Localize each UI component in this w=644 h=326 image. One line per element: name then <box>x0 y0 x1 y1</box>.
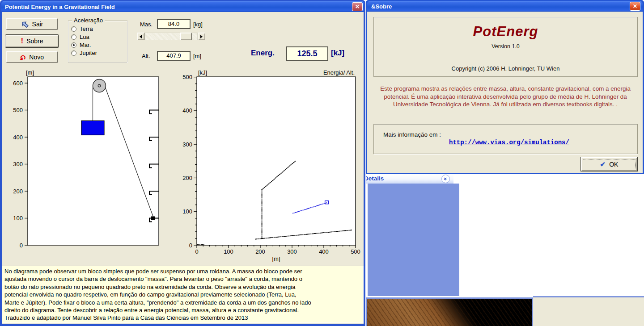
more-info-panel: Mais informação em : http://www.vias.org… <box>373 124 638 154</box>
svg-text:0: 0 <box>189 242 192 249</box>
svg-text:100: 100 <box>224 248 233 255</box>
ok-button[interactable]: ✔ OK <box>581 157 637 171</box>
svg-text:300: 300 <box>13 161 23 167</box>
about-close-button[interactable]: ✕ <box>630 2 640 11</box>
sair-button-label: Sair <box>32 21 43 28</box>
details-pane-header[interactable]: Details <box>366 174 453 184</box>
about-description: Este programa mostra as relações entre m… <box>373 85 638 109</box>
radio-lua[interactable]: Lua <box>71 33 89 40</box>
energy-label: Energ. <box>251 49 275 58</box>
svg-text:0: 0 <box>20 242 23 249</box>
svg-text:600: 600 <box>13 80 23 87</box>
instructions-line: direito do diagrama. Tente descobrir a r… <box>4 306 361 314</box>
planet-image-window-fragment <box>366 297 533 326</box>
svg-text:500: 500 <box>13 107 23 113</box>
about-dialog-body: PotEnerg Version 1.0 Copyright (c) 2006 … <box>367 12 643 173</box>
screen: Details » Potential Energy in a Gravitat… <box>0 0 644 326</box>
svg-text:500: 500 <box>182 74 192 80</box>
focus-rect <box>583 159 636 169</box>
mass-field[interactable]: 84.0 <box>157 19 191 29</box>
radio-jupiter-dot[interactable] <box>71 50 76 56</box>
simulations-link[interactable]: http://www.vias.org/simulations/ <box>449 139 569 146</box>
svg-text:300: 300 <box>182 141 192 148</box>
energy-field[interactable]: 125.5 <box>286 46 328 61</box>
acceleration-legend: Aceleração <box>72 17 105 24</box>
window-fragment <box>533 296 644 326</box>
about-header-panel: PotEnerg Version 1.0 Copyright (c) 2006 … <box>373 17 638 77</box>
svg-text:100: 100 <box>182 208 192 215</box>
close-icon: ✕ <box>633 3 637 9</box>
more-info-label: Mais informação em : <box>383 131 441 138</box>
radio-lua-dot[interactable] <box>71 34 76 40</box>
exit-arrow-icon <box>19 18 31 30</box>
svg-text:0: 0 <box>195 248 198 255</box>
altitude-label: Alt. <box>142 53 150 59</box>
main-window: Potential Energy in a Gravitational Fiel… <box>0 0 365 326</box>
about-titlebar[interactable]: &Sobre ✕ <box>367 1 643 12</box>
radio-terra-label: Terra <box>80 25 93 32</box>
radio-jupiter-label: Jupiter <box>80 50 97 56</box>
svg-text:200: 200 <box>255 248 265 255</box>
mass-scrollbar[interactable] <box>137 33 205 40</box>
exclamation-icon: ! <box>21 37 23 46</box>
novo-button-label: Novo <box>29 54 44 61</box>
mass-label: Mas. <box>140 21 153 28</box>
svg-text:400: 400 <box>319 248 329 255</box>
sair-button[interactable]: Sair <box>6 18 58 30</box>
close-button[interactable]: ✕ <box>352 2 363 11</box>
svg-text:500: 500 <box>351 248 360 255</box>
details-pane-body <box>368 184 459 296</box>
main-window-body: Sair ! Sobre ↺ Novo Aceleração Terra Lu <box>2 12 364 324</box>
novo-button[interactable]: ↺ Novo <box>6 51 58 63</box>
svg-text:[m]: [m] <box>272 255 280 262</box>
sobre-button-label: Sobre <box>26 38 43 45</box>
energy-unit: [kJ] <box>331 49 344 58</box>
main-titlebar[interactable]: Potential Energy in a Gravitational Fiel… <box>1 1 364 12</box>
instructions-panel: No diagrama pode observar um bloco simpl… <box>2 266 364 323</box>
main-window-title: Potential Energy in a Gravitational Fiel… <box>5 2 115 12</box>
radio-jupiter[interactable]: Jupiter <box>71 50 97 56</box>
instructions-line: potencial envolvida no quadro respetivo,… <box>4 291 361 298</box>
radio-mar[interactable]: Mar. <box>71 42 91 48</box>
svg-text:300: 300 <box>287 248 297 255</box>
height-scene-chart[interactable]: [m]0100200300400500600 <box>2 67 181 266</box>
svg-text:200: 200 <box>182 175 192 181</box>
instructions-line: No diagrama pode observar um bloco simpl… <box>4 267 361 275</box>
svg-text:Energia/ Alt.: Energia/ Alt. <box>323 69 355 76</box>
radio-mar-dot[interactable] <box>71 42 76 48</box>
svg-text:200: 200 <box>13 188 23 195</box>
svg-text:400: 400 <box>182 107 192 114</box>
right-arrow-icon <box>200 35 203 38</box>
app-name: PotEnerg <box>374 24 637 40</box>
left-arrow-icon <box>140 35 142 38</box>
radio-mar-label: Mar. <box>80 42 91 48</box>
instructions-line: ajustada movendo o cursor da barra de de… <box>4 275 361 283</box>
about-dialog-title: &Sobre <box>371 1 392 12</box>
radio-lua-label: Lua <box>80 33 89 40</box>
mass-unit: [kg] <box>193 21 203 28</box>
altitude-unit: [m] <box>193 53 201 59</box>
mars-surface-image <box>367 299 532 326</box>
svg-text:100: 100 <box>13 215 23 222</box>
mass-scrollbar-right-button[interactable] <box>198 33 205 40</box>
sobre-button[interactable]: ! Sobre <box>5 35 59 47</box>
svg-text:400: 400 <box>13 134 23 141</box>
mass-scrollbar-thumb[interactable] <box>180 33 192 40</box>
instructions-line: Marte e Júpiter). Pode fixar o bloco a u… <box>4 299 361 306</box>
radio-terra-dot[interactable] <box>71 26 76 32</box>
reset-arrow-icon: ↺ <box>20 54 26 61</box>
close-icon: ✕ <box>355 4 360 10</box>
chevron-down-icon: » <box>442 177 449 180</box>
instructions-line: Traduzido e adaptado por Manuel Silva Pi… <box>4 314 361 322</box>
svg-text:[m]: [m] <box>26 69 34 76</box>
mass-scrollbar-left-button[interactable] <box>137 33 144 40</box>
instructions-line: botão do rato pressionado no pequeno qua… <box>4 283 361 291</box>
energy-altitude-chart: [kJ]Energia/ Alt.01002003004005000100200… <box>179 67 364 266</box>
altitude-field[interactable]: 407.9 <box>157 51 191 61</box>
about-dialog: &Sobre ✕ PotEnerg Version 1.0 Copyright … <box>366 0 644 174</box>
details-pane-title: Details <box>366 175 384 182</box>
radio-terra[interactable]: Terra <box>71 25 93 32</box>
svg-text:[kJ]: [kJ] <box>198 69 207 76</box>
chevron-collapse-button[interactable]: » <box>441 175 450 183</box>
app-version: Version 1.0 <box>374 43 637 50</box>
